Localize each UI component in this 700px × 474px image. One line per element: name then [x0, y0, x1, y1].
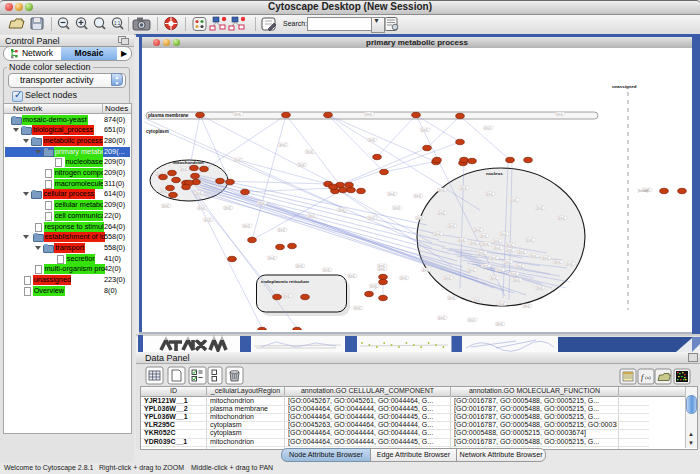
svg-text:[xx-x]: [xx-x] [234, 112, 240, 116]
svg-text:[xx-x]: [xx-x] [195, 191, 201, 195]
svg-text:[xx-x]: [xx-x] [323, 268, 329, 272]
svg-text:[xx-x]: [xx-x] [506, 243, 512, 247]
svg-text:[xx-x]: [xx-x] [296, 264, 302, 268]
svg-text:[xx-x]: [xx-x] [283, 294, 289, 298]
svg-text:[xx-x]: [xx-x] [482, 264, 488, 268]
svg-text:[xx-x]: [xx-x] [482, 242, 488, 246]
svg-text:[xx-x]: [xx-x] [416, 216, 422, 220]
svg-text:[xx-x]: [xx-x] [493, 239, 499, 243]
svg-text:[xx-x]: [xx-x] [448, 224, 454, 228]
svg-text:[xx-x]: [xx-x] [556, 112, 562, 116]
svg-text:[xx-x]: [xx-x] [554, 260, 560, 264]
svg-text:[first-nd]: [first-nd] [638, 189, 648, 193]
svg-text:[xx-x]: [xx-x] [224, 206, 230, 210]
svg-text:[xx-x]: [xx-x] [243, 224, 249, 228]
svg-text:[xx-x]: [xx-x] [400, 276, 406, 280]
svg-text:[xx-x]: [xx-x] [348, 274, 354, 278]
svg-text:[xx-x]: [xx-x] [496, 268, 502, 272]
svg-text:[xx-x]: [xx-x] [486, 192, 492, 196]
svg-text:[xx-x]: [xx-x] [566, 262, 572, 266]
svg-text:plasma membrane: plasma membrane [148, 113, 189, 118]
svg-text:[xx-x]: [xx-x] [421, 128, 427, 132]
svg-text:[xx-x]: [xx-x] [354, 306, 360, 310]
svg-text:[xx-x]: [xx-x] [516, 264, 522, 268]
svg-text:[xx-x]: [xx-x] [278, 228, 284, 232]
svg-text:[xx-x]: [xx-x] [496, 322, 502, 326]
svg-text:[xx-x]: [xx-x] [530, 254, 536, 258]
svg-text:[xx-x]: [xx-x] [306, 150, 312, 154]
svg-text:[xx-x]: [xx-x] [542, 256, 548, 260]
svg-text:[xx-x]: [xx-x] [368, 216, 374, 220]
svg-text:[xx-x]: [xx-x] [473, 298, 479, 302]
svg-text:[xx-x]: [xx-x] [279, 143, 285, 147]
svg-text:[xx-x]: [xx-x] [414, 194, 420, 198]
svg-text:[xx-x]: [xx-x] [458, 238, 464, 242]
svg-text:[xx-x]: [xx-x] [234, 158, 240, 162]
svg-text:[xx-x]: [xx-x] [468, 318, 474, 322]
svg-text:[xx-x]: [xx-x] [338, 208, 344, 212]
svg-text:[xx-x]: [xx-x] [468, 268, 474, 272]
svg-text:[xx-x]: [xx-x] [448, 296, 454, 300]
svg-text:[xx-x]: [xx-x] [434, 232, 440, 236]
svg-text:unassigned: unassigned [612, 84, 637, 89]
svg-text:[xx-x]: [xx-x] [490, 276, 496, 280]
svg-text:[xx-x]: [xx-x] [506, 248, 512, 252]
svg-text:[xx-x]: [xx-x] [490, 256, 496, 260]
svg-text:[xx-x]: [xx-x] [438, 211, 444, 215]
svg-text:1:1: 1:1 [114, 21, 121, 26]
svg-text:[xx-x]: [xx-x] [536, 206, 542, 210]
svg-text:[xx-x]: [xx-x] [494, 246, 500, 250]
svg-text:[xx-x]: [xx-x] [365, 112, 371, 116]
svg-text:[xx-x]: [xx-x] [438, 188, 444, 192]
svg-text:[xx-x]: [xx-x] [258, 201, 264, 205]
svg-text:[xx-x]: [xx-x] [422, 268, 428, 272]
svg-text:[xx-x]: [xx-x] [474, 228, 480, 232]
svg-text:[xx-x]: [xx-x] [470, 241, 476, 245]
svg-text:nucleus: nucleus [486, 171, 503, 176]
svg-text:[xx-x]: [xx-x] [438, 316, 444, 320]
svg-text:[xx-x]: [xx-x] [484, 126, 490, 130]
svg-text:[xx-x]: [xx-x] [268, 256, 274, 260]
svg-text:[xx-x]: [xx-x] [162, 204, 168, 208]
svg-text:[xx-x]: [xx-x] [558, 216, 564, 220]
svg-text:[xx-x]: [xx-x] [460, 186, 466, 190]
svg-text:[xx-x]: [xx-x] [478, 251, 484, 255]
svg-text:[xx-x]: [xx-x] [204, 218, 210, 222]
svg-text:(x): (x) [645, 375, 651, 380]
svg-text:[xx-x]: [xx-x] [198, 206, 204, 210]
svg-text:[xx-x]: [xx-x] [526, 238, 532, 242]
svg-text:[xx-x]: [xx-x] [480, 234, 486, 238]
svg-text:[xx-x]: [xx-x] [368, 138, 374, 142]
svg-text:[xx-x]: [xx-x] [393, 206, 399, 210]
svg-text:[xx-x]: [xx-x] [308, 214, 314, 218]
svg-text:[xx-x]: [xx-x] [500, 232, 506, 236]
svg-text:[xx-x]: [xx-x] [510, 272, 516, 276]
svg-text:endoplasmic reticulum: endoplasmic reticulum [261, 279, 309, 284]
svg-text:[xx-x]: [xx-x] [444, 276, 450, 280]
svg-text:[xx-x]: [xx-x] [513, 278, 519, 282]
svg-text:[xx-x]: [xx-x] [298, 163, 304, 167]
svg-text:[xx-x]: [xx-x] [510, 198, 516, 202]
svg-text:[xx-x]: [xx-x] [536, 286, 542, 290]
svg-text:[xx-x]: [xx-x] [370, 284, 376, 288]
svg-text:[xx-x]: [xx-x] [504, 260, 510, 264]
svg-text:[xx-x]: [xx-x] [518, 250, 524, 254]
svg-text:[xx-x]: [xx-x] [388, 192, 394, 196]
svg-text:[xx-x]: [xx-x] [523, 304, 529, 308]
svg-text:[xx-x]: [xx-x] [180, 167, 186, 171]
svg-text:[xx-x]: [xx-x] [498, 302, 504, 306]
svg-text:mitochondrion: mitochondrion [173, 160, 204, 165]
svg-text:[xx-x]: [xx-x] [378, 267, 384, 271]
